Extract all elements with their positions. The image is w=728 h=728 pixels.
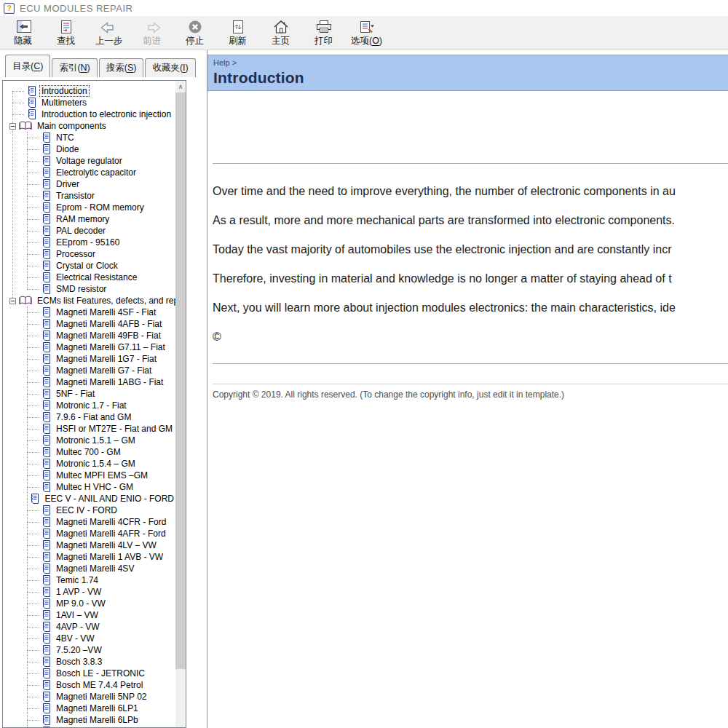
breadcrumb[interactable]: Help > — [213, 58, 728, 67]
tree-item[interactable]: Magneti Marelli 4LV – VW — [3, 539, 175, 551]
tree-item[interactable]: Main components — [3, 120, 175, 132]
tree-item[interactable]: Diode — [3, 143, 175, 155]
tree-item[interactable]: Motronic 1.7 - Fiat — [3, 400, 175, 411]
tree-item[interactable]: Multimeters — [3, 97, 175, 108]
tree-item[interactable]: Multec MPFI EMS –GM — [3, 470, 175, 481]
tree-item[interactable]: Crystal or Clock — [3, 260, 175, 272]
tab-index[interactable]: 索引(N) — [52, 58, 97, 77]
tree-item[interactable]: NTC — [3, 132, 175, 143]
tree-connector — [27, 534, 39, 534]
tree-item[interactable]: Driver — [3, 178, 175, 190]
tree-item[interactable]: Bosch 3.8.3 — [3, 656, 175, 668]
tree-item[interactable]: Eprom - ROM memory — [3, 202, 175, 213]
tree-item[interactable]: 4AVP - VW — [3, 621, 175, 633]
tree-item[interactable]: SMD resistor — [3, 283, 175, 295]
tree-connector — [27, 708, 39, 709]
tree-item[interactable]: RAM memory — [3, 213, 175, 225]
tree-item[interactable]: Magneti Marelli 1 AVB - VW — [3, 551, 175, 563]
tree-item[interactable]: Temic 1.74 — [3, 574, 175, 586]
tree-item[interactable]: 4BV - VW — [3, 633, 175, 644]
tree-item[interactable]: 7.9.6 - Fiat and GM — [3, 411, 175, 423]
print-button[interactable]: 打印 — [302, 17, 345, 49]
tree-item[interactable]: Bosch ME 7.4.4 Petrol — [3, 679, 175, 691]
collapse-expander-icon[interactable] — [9, 123, 16, 130]
tab-search[interactable]: 搜索(S) — [99, 58, 144, 77]
stop-button[interactable]: 停止 — [173, 17, 216, 49]
tree-item[interactable]: Magneti Marelli 6LPb — [3, 714, 175, 726]
tree-item[interactable]: Magneti Marelli 4SF - Fiat — [3, 306, 175, 318]
forward-button: 前进 — [130, 17, 173, 49]
tree-item[interactable]: PAL decoder — [3, 225, 175, 237]
tree-item[interactable]: Introduction to electronic injection — [3, 108, 175, 120]
tree-item[interactable]: 7.5.20 –VW — [3, 644, 175, 656]
tree-item[interactable]: Magneti Marelli 1ABG - Fiat — [3, 376, 175, 388]
tree-item[interactable]: HSFI or MT27E - Fiat and GM — [3, 423, 175, 435]
scrollbar-up-icon[interactable]: ∧ — [175, 81, 186, 92]
tree-item[interactable]: Multec 700 - GM — [3, 446, 175, 458]
page-icon — [27, 98, 36, 108]
back-button[interactable]: 上一步 — [87, 17, 130, 49]
tree-item-label: Magneti Marelli 1 AVB - VW — [55, 552, 165, 562]
tree-item[interactable]: Magneti Marelli 4AFR - Ford — [3, 528, 175, 539]
tree-connector — [27, 242, 39, 243]
tree-item[interactable]: 5NF - Fiat — [3, 388, 175, 400]
tree-item[interactable]: Processor — [3, 248, 175, 260]
tree-item[interactable]: Bosch LE - JETRONIC — [3, 668, 175, 679]
hide-button[interactable]: 隐藏 — [1, 17, 44, 49]
tree-item-label: Crystal or Clock — [55, 261, 119, 271]
tree-item-label: Processor — [55, 249, 97, 259]
tree-connector — [27, 254, 39, 255]
collapse-expander-icon[interactable] — [9, 298, 16, 304]
tab-contents[interactable]: 目录(C) — [5, 55, 50, 77]
tree-item[interactable]: MP 9.0 - VW — [3, 598, 175, 609]
tree-item[interactable]: Motronic 1.5.4 – GM — [3, 458, 175, 470]
tree-item-label: 5NF - Fiat — [55, 389, 96, 399]
tree-item[interactable]: Magneti Marelli 4CFR - Ford — [3, 516, 175, 528]
toolbar-button-label: 上一步 — [95, 35, 123, 47]
tree-item[interactable]: EEprom - 95160 — [3, 237, 175, 248]
tree-item[interactable]: Electrolytic capacitor — [3, 167, 175, 178]
tree-item[interactable]: Magneti Marelli 4SV — [3, 563, 175, 574]
tree-item[interactable]: ECMs list Features, defects, and repair — [3, 295, 175, 306]
tree-item[interactable]: Magneti Marelli 5NP 01 — [3, 726, 175, 727]
tree-item[interactable]: Magneti Marelli 49FB - Fiat — [3, 330, 175, 341]
tree-item[interactable]: Transistor — [3, 190, 175, 202]
tree-connector — [27, 277, 39, 278]
scrollbar-thumb[interactable] — [175, 92, 186, 669]
home-button[interactable]: 主页 — [259, 17, 302, 49]
page-icon — [41, 622, 51, 633]
tree-connector — [27, 662, 39, 662]
tab-favorites[interactable]: 收藏夹(I) — [145, 58, 195, 77]
tree-item-label: 1AVI – VW — [55, 610, 100, 620]
tree-connector — [27, 371, 39, 371]
page-icon — [41, 598, 51, 609]
tree-item[interactable]: Motronic 1.5.1 – GM — [3, 435, 175, 446]
tree-item[interactable]: Electrical Resistance — [3, 272, 175, 283]
tree-item[interactable]: EEC V - ANIL AND ENIO - FORD — [3, 493, 175, 505]
refresh-button[interactable]: 刷新 — [216, 17, 259, 49]
tree-item[interactable]: Magneti Marelli 6LP1 — [3, 703, 175, 714]
page-icon — [41, 389, 51, 400]
tree-item[interactable]: Magneti Marelli 5NP 02 — [3, 691, 175, 703]
options-button[interactable]: 选项(O) — [345, 17, 388, 49]
toolbar-button-label: 选项(O) — [351, 35, 382, 47]
tree-item[interactable]: Magneti Marelli 1G7 - Fiat — [3, 353, 175, 365]
tree-item[interactable]: Magneti Marelli G7.11 – Fiat — [3, 341, 175, 353]
tree-item[interactable]: 1 AVP - VW — [3, 586, 175, 598]
tree-item[interactable]: Multec H VHC - GM — [3, 481, 175, 493]
tree-scrollbar[interactable]: ∧ — [175, 81, 186, 727]
tree-item[interactable]: EEC IV - FORD — [3, 505, 175, 516]
page-icon — [41, 645, 51, 656]
tree-item[interactable]: Magneti Marelli 4AFB - Fiat — [3, 318, 175, 330]
divider — [213, 363, 728, 364]
find-button[interactable]: 查找 — [44, 17, 87, 49]
tree-item-label: Magneti Marelli 6LPb — [55, 715, 140, 725]
page-icon — [41, 727, 51, 728]
tree-item-label: Magneti Marelli 4LV – VW — [55, 540, 158, 550]
tree-item[interactable]: Voltage regulator — [3, 155, 175, 167]
tree-item[interactable]: 1AVI – VW — [3, 609, 175, 621]
tree-item[interactable]: Introduction — [3, 85, 175, 97]
tree-item[interactable]: Magneti Marelli G7 - Fiat — [3, 365, 175, 376]
page-icon — [41, 167, 51, 178]
page-icon — [41, 552, 51, 563]
